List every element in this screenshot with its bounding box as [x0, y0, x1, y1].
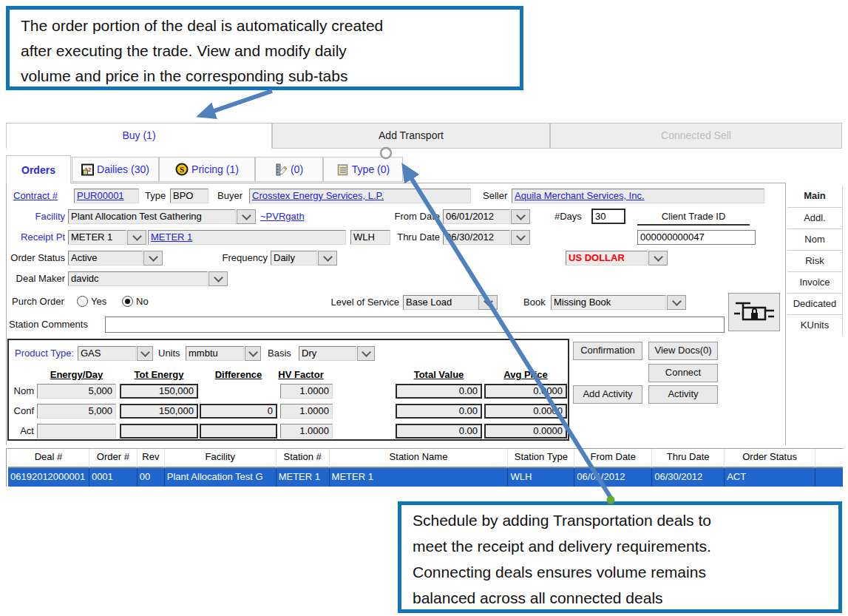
deal-maker-dropdown-button[interactable]: [208, 271, 228, 286]
receipt-pt-dropdown-button[interactable]: [127, 230, 146, 245]
facility-dropdown-button[interactable]: [237, 209, 256, 224]
subtab-type[interactable]: Type (0): [323, 157, 403, 182]
subtab-orders[interactable]: Orders: [6, 155, 71, 183]
conf-avg-price-field[interactable]: 0.0000: [484, 404, 567, 419]
units-dropdown[interactable]: mmbtu: [186, 346, 261, 361]
nom-hv-factor-field[interactable]: 1.0000: [280, 384, 333, 399]
receipt-pt-name-field[interactable]: METER 1: [148, 230, 346, 245]
facility-dropdown[interactable]: Plant Allocation Test Gathering: [68, 209, 256, 224]
add-activity-button[interactable]: Add Activity: [573, 385, 642, 404]
side-tab-nom[interactable]: Nom: [787, 229, 842, 250]
currency-dropdown-button[interactable]: [648, 251, 668, 265]
connect-button[interactable]: Connect: [648, 364, 718, 382]
days-field[interactable]: 30: [591, 209, 625, 224]
tab-buy[interactable]: Buy (1): [6, 123, 272, 149]
from-date-dropdown[interactable]: 06/01/2012: [443, 209, 530, 224]
conf-difference-field[interactable]: 0: [200, 404, 277, 419]
conf-tot-energy-field[interactable]: 150,000: [120, 404, 198, 419]
basis-dropdown-button[interactable]: [357, 346, 375, 361]
subtab-type-label: Type (0): [352, 163, 390, 175]
book-dropdown-button[interactable]: [667, 295, 686, 310]
thru-date-value: 06/30/2012: [443, 230, 510, 245]
grid-header: Deal #: [8, 449, 89, 468]
thru-date-dropdown[interactable]: 06/30/2012: [443, 230, 530, 245]
act-energy-day-field[interactable]: [37, 424, 116, 439]
act-hv-factor-field[interactable]: 1.0000: [280, 424, 333, 439]
conf-hv-factor-field[interactable]: 1.0000: [280, 404, 333, 419]
act-tot-energy-field[interactable]: [120, 424, 198, 439]
act-avg-price-field[interactable]: 0.0000: [484, 424, 567, 439]
act-total-value-field[interactable]: 0.00: [396, 424, 482, 439]
basis-dropdown[interactable]: Dry: [299, 346, 375, 361]
client-trade-id-label: Client Trade ID: [637, 209, 750, 226]
station-type-field[interactable]: WLH: [350, 230, 390, 245]
receipt-pt-dropdown[interactable]: METER 1: [68, 230, 146, 245]
order-status-dropdown[interactable]: Active: [68, 251, 163, 265]
receipt-pt-value: METER 1: [68, 230, 126, 245]
side-tab-kunits[interactable]: KUnits: [787, 314, 842, 336]
station-comments-input[interactable]: [105, 317, 725, 333]
side-tab-addl[interactable]: Addl.: [787, 207, 842, 229]
level-of-service-dropdown[interactable]: Base Load: [403, 295, 498, 310]
deal-maker-dropdown[interactable]: davidc: [68, 271, 228, 286]
contract-number-link[interactable]: Contract #: [13, 189, 58, 203]
subtab-notes-label: (0): [291, 163, 303, 175]
order-status-label: Order Status: [1, 251, 65, 265]
grid-selected-row[interactable]: 06192012000001 0001 00 Plant Allocation …: [8, 468, 843, 487]
grid-header: Rev: [138, 449, 165, 468]
grid-header: Order #: [89, 449, 138, 468]
contract-number-field[interactable]: PUR00001: [74, 189, 139, 203]
grid-header: Station #: [277, 449, 330, 468]
conf-energy-day-field[interactable]: 5,000: [37, 404, 116, 419]
side-tab-dedicated[interactable]: Dedicated: [787, 293, 842, 314]
tab-add-transport-label: Add Transport: [379, 129, 444, 141]
pathing-diagram-button[interactable]: [728, 293, 780, 331]
act-difference-field[interactable]: [200, 424, 277, 439]
grid-header: Station Name: [330, 449, 509, 468]
buyer-field[interactable]: Crosstex Energy Services, L.P.: [249, 189, 471, 203]
book-value: Missing Book: [551, 295, 666, 310]
side-tab-risk[interactable]: Risk: [787, 250, 842, 271]
nom-total-value-field[interactable]: 0.00: [396, 384, 482, 399]
from-date-dropdown-button[interactable]: [511, 209, 530, 224]
subtab-notes[interactable]: (0): [255, 157, 323, 182]
notepad-icon: [336, 163, 349, 176]
nom-tot-energy-field[interactable]: 150,000: [120, 384, 198, 399]
grid-header: Facility: [165, 449, 277, 468]
subtab-dailies-label: Dailies (30): [97, 163, 149, 175]
side-tab-invoice[interactable]: Invoice: [787, 271, 842, 293]
level-of-service-dropdown-button[interactable]: [478, 295, 498, 310]
subtab-dailies[interactable]: 12 Dailies (30): [72, 157, 159, 182]
frequency-dropdown[interactable]: Daily: [271, 251, 337, 265]
activity-button[interactable]: Activity: [648, 385, 718, 404]
side-tab-main[interactable]: Main: [787, 186, 842, 207]
book-dropdown[interactable]: Missing Book: [551, 295, 686, 310]
frequency-dropdown-button[interactable]: [318, 251, 337, 265]
row-label-nom: Nom: [9, 384, 34, 399]
basis-label: Basis: [268, 346, 291, 361]
tab-add-transport[interactable]: Add Transport: [272, 123, 550, 149]
facility-label: Facility: [22, 209, 65, 224]
currency-dropdown[interactable]: US DOLLAR: [566, 251, 668, 265]
nom-avg-price-field[interactable]: 0.0000: [484, 384, 567, 399]
app-root: The order portion of the deal is automat…: [0, 0, 848, 616]
nom-energy-day-field[interactable]: 5,000: [37, 384, 116, 399]
deal-maker-label: Deal Maker: [13, 271, 65, 286]
confirmation-button[interactable]: Confirmation: [573, 342, 642, 360]
type-field[interactable]: BPO: [170, 189, 208, 203]
facility-code-link[interactable]: ~PVRgath: [260, 209, 305, 224]
purch-order-yes-radio[interactable]: [77, 296, 88, 307]
product-type-dropdown-button[interactable]: [137, 346, 153, 361]
client-trade-id-field[interactable]: 000000000047: [637, 230, 756, 245]
tab-buy-label: Buy (1): [122, 129, 155, 141]
units-dropdown-button[interactable]: [245, 346, 261, 361]
order-status-dropdown-button[interactable]: [143, 251, 163, 265]
subtab-pricing[interactable]: S Pricing (1): [159, 157, 255, 182]
view-docs-button[interactable]: View Docs(0): [648, 342, 718, 360]
thru-date-dropdown-button[interactable]: [511, 230, 530, 245]
days-label: #Days: [554, 209, 582, 224]
seller-field[interactable]: Aquila Merchant Services, Inc.: [512, 189, 764, 203]
conf-total-value-field[interactable]: 0.00: [396, 404, 482, 419]
purch-order-no-radio[interactable]: [122, 296, 133, 307]
product-type-dropdown[interactable]: GAS: [78, 346, 153, 361]
